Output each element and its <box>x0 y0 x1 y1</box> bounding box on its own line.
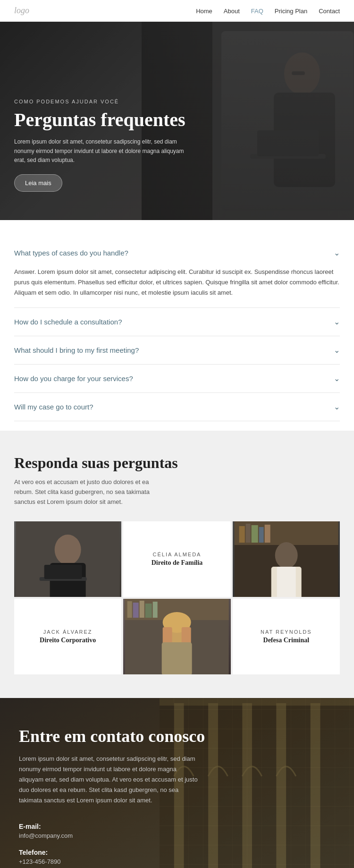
svg-rect-21 <box>277 567 295 597</box>
contact-content: Entre em contato conosco Lorem ipsum dol… <box>19 726 335 865</box>
svg-rect-16 <box>251 525 258 543</box>
faq-item-3: What should I bring to my first meeting?… <box>14 336 340 365</box>
faq-question-3[interactable]: What should I bring to my first meeting?… <box>14 336 340 364</box>
team-section: Responda suas perguntas At vero eos et a… <box>0 431 354 698</box>
team-member-role-jack: Direito Corporativo <box>40 637 96 644</box>
svg-rect-27 <box>145 604 152 618</box>
faq-section: What types of cases do you handle? ⌄ Ans… <box>0 220 354 431</box>
hero-title: Perguntas frequentes <box>14 109 189 131</box>
hero-section: Como podemos ajudar você Perguntas frequ… <box>0 22 354 220</box>
svg-point-19 <box>275 542 297 569</box>
svg-rect-28 <box>153 602 158 618</box>
team-photo-card-1 <box>14 521 121 597</box>
team-member-role-nat: Defesa Criminal <box>263 637 310 644</box>
svg-point-7 <box>55 535 81 565</box>
nav-links: Home About FAQ Pricing Plan Contact <box>196 7 340 15</box>
chevron-down-icon-1: ⌄ <box>334 248 340 257</box>
svg-rect-17 <box>259 527 263 543</box>
faq-question-text-3: What should I bring to my first meeting? <box>14 346 139 354</box>
faq-answer-1: Answer. Lorem ipsum dolor sit amet, cons… <box>14 267 340 307</box>
contact-phone-value: +123-456-7890 <box>19 858 335 865</box>
logo: logo <box>14 6 29 16</box>
team-member-role-celia: Direito de Família <box>152 559 203 567</box>
team-info-card-nat: Nat Reynolds Defesa Criminal <box>233 599 340 674</box>
team-photo-card-3 <box>123 599 230 674</box>
contact-email-value: info@company.com <box>19 832 335 839</box>
contact-title: Entre em contato conosco <box>19 726 335 746</box>
faq-item-4: How do you charge for your services? ⌄ <box>14 365 340 393</box>
team-description: At vero eos et accusam et justo duo dolo… <box>14 477 156 507</box>
chevron-down-icon-2: ⌄ <box>334 317 340 326</box>
team-title: Responda suas perguntas <box>14 454 340 472</box>
contact-description: Lorem ipsum dolor sit amet, consetetur s… <box>19 754 198 806</box>
chevron-down-icon-5: ⌄ <box>334 402 340 411</box>
team-member-name-celia: Célia Almeda <box>153 552 202 557</box>
contact-section: Entre em contato conosco Lorem ipsum dol… <box>0 698 354 868</box>
hero-description: Lorem ipsum dolor sit amet, consetetur s… <box>14 137 189 165</box>
team-row-2: Jack Álvarez Direito Corporativo <box>14 599 340 674</box>
nav-faq[interactable]: FAQ <box>251 8 263 15</box>
faq-question-1[interactable]: What types of cases do you handle? ⌄ <box>14 239 340 267</box>
hero-cta-button[interactable]: Leia mais <box>14 174 62 192</box>
svg-rect-14 <box>239 526 244 543</box>
nav-about[interactable]: About <box>224 8 240 15</box>
navbar: logo Home About FAQ Pricing Plan Contact <box>0 0 354 22</box>
faq-question-text-1: What types of cases do you handle? <box>14 249 128 257</box>
faq-question-text-5: Will my case go to court? <box>14 403 93 411</box>
contact-phone-label: Telefone: <box>19 849 335 856</box>
faq-question-text-2: How do I schedule a consultation? <box>14 318 122 326</box>
team-photo-3 <box>123 599 230 674</box>
chevron-down-icon-3: ⌄ <box>334 346 340 355</box>
nav-home[interactable]: Home <box>196 8 212 15</box>
svg-rect-40 <box>160 698 354 705</box>
faq-question-5[interactable]: Will my case go to court? ⌄ <box>14 393 340 421</box>
team-photo-1 <box>14 521 121 597</box>
team-row-1: Célia Almeda Direito de Família <box>14 521 340 597</box>
nav-contact[interactable]: Contact <box>319 8 340 15</box>
svg-rect-33 <box>162 642 192 674</box>
faq-question-text-4: How do you charge for your services? <box>14 374 133 383</box>
faq-item-2: How do I schedule a consultation? ⌄ <box>14 308 340 336</box>
svg-rect-18 <box>264 525 270 543</box>
team-photo-card-2 <box>233 521 340 597</box>
team-photo-2 <box>233 521 340 597</box>
team-member-name-jack: Jack Álvarez <box>43 629 93 635</box>
hero-content: Como podemos ajudar você Perguntas frequ… <box>14 99 189 192</box>
svg-rect-15 <box>245 524 250 543</box>
nav-pricing[interactable]: Pricing Plan <box>275 8 307 15</box>
team-member-name-nat: Nat Reynolds <box>261 629 312 635</box>
team-info-card-celia: Célia Almeda Direito de Família <box>123 521 230 597</box>
faq-item-5: Will my case go to court? ⌄ <box>14 393 340 421</box>
faq-item-1: What types of cases do you handle? ⌄ Ans… <box>14 239 340 308</box>
svg-rect-25 <box>133 603 139 618</box>
chevron-down-icon-4: ⌄ <box>334 374 340 383</box>
faq-question-4[interactable]: How do you charge for your services? ⌄ <box>14 365 340 392</box>
svg-rect-26 <box>140 601 144 618</box>
hero-subtitle: Como podemos ajudar você <box>14 99 189 104</box>
faq-question-2[interactable]: How do I schedule a consultation? ⌄ <box>14 308 340 336</box>
svg-rect-10 <box>44 565 82 579</box>
contact-email-label: E-mail: <box>19 823 335 830</box>
svg-rect-24 <box>127 601 132 618</box>
team-info-card-jack: Jack Álvarez Direito Corporativo <box>14 599 121 674</box>
